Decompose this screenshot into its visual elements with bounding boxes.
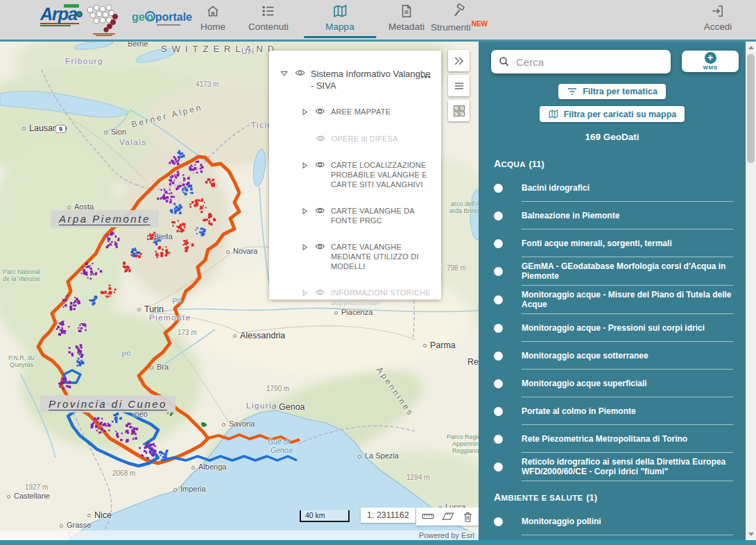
layer-label[interactable]: CARTE VALANGHE DA FONTE PRGC <box>331 206 431 225</box>
arpa-logo[interactable]: Arpa <box>40 6 89 26</box>
geodata-item[interactable]: GEmMA - GEodatabase Morfologia corsi d'A… <box>479 257 746 286</box>
layer-tree-item: CARTE VALANGHE MEDIANTE UTILIZZO DI MODE… <box>300 242 431 271</box>
visibility-eye-icon[interactable] <box>315 288 325 297</box>
map-canvas[interactable]: SWITZERLANDBerneFribourgUriLausanneBerne… <box>0 42 479 540</box>
expand-triangle-icon[interactable] <box>300 206 309 216</box>
geodata-item-label: Monitoraggio acque superficiali <box>522 370 733 397</box>
geodata-count: 169 GeoDati <box>479 132 746 142</box>
geoportale-logo[interactable]: geoportale <box>132 11 192 26</box>
attribution-band <box>0 530 479 540</box>
accedi-label: Accedi <box>704 21 732 32</box>
layer-toggle[interactable] <box>494 435 503 444</box>
filter-by-theme-button[interactable]: Filtra per tematica <box>558 84 666 99</box>
expand-triangle-icon[interactable] <box>300 107 309 117</box>
layer-toggle[interactable] <box>494 295 503 304</box>
tab-mappa-label: Mappa <box>325 21 354 32</box>
geodata-item[interactable]: Monitoraggio pollini <box>479 508 746 535</box>
geodata-item[interactable]: Balneazione in Piemonte <box>479 202 746 230</box>
collapse-triangle-icon[interactable] <box>280 68 289 78</box>
layer-toggle[interactable] <box>494 211 503 220</box>
layer-label[interactable]: AREE MAPPATE <box>331 107 431 116</box>
scale-ratio[interactable]: 1: 2311162 <box>361 508 415 523</box>
basemap-gallery-button[interactable] <box>448 100 470 121</box>
geodata-item[interactable]: Bacini idrografici <box>479 174 746 202</box>
layer-tree-item: OPERE di DIFESA <box>300 134 431 144</box>
map-small-icon <box>548 109 559 119</box>
login-icon <box>710 3 725 19</box>
layer-label[interactable]: CARTE VALANGHE MEDIANTE UTILIZZO DI MODE… <box>331 242 431 271</box>
geodata-sidebar: + WMS Filtra per tematica Filtra per car… <box>479 42 756 540</box>
hamburger-icon <box>453 80 465 92</box>
measure-area-button[interactable] <box>441 510 455 524</box>
geodata-item-label: Portate al colmo in Piemonte <box>522 397 733 425</box>
geodata-item-label: Monitoraggio acque - Misure del Piano di… <box>522 286 733 314</box>
double-chevron-right-icon <box>452 54 466 68</box>
geodata-item[interactable]: Portate al colmo in Piemonte <box>479 397 746 425</box>
hammer-icon <box>452 3 467 19</box>
tab-strumenti[interactable]: StrumentiNEW <box>431 3 488 33</box>
accedi-button[interactable]: Accedi <box>704 3 732 33</box>
visibility-eye-icon[interactable] <box>315 242 325 251</box>
layer-label[interactable]: OPERE di DIFESA <box>332 134 431 144</box>
geodata-section-header: ACQUA (11) <box>479 156 746 174</box>
layer-group-title[interactable]: Sistema Informativo Valanghe - SIVA <box>311 68 431 92</box>
layer-toggle[interactable] <box>494 517 503 526</box>
expand-triangle-icon[interactable] <box>300 288 309 298</box>
layer-toggle[interactable] <box>494 184 503 193</box>
geodata-item-label: Monitoraggio acque sotterranee <box>522 342 733 370</box>
sidebar-scrollbar[interactable] <box>746 42 756 540</box>
geodata-item[interactable]: Monitoraggio acque - Pressioni sui corpi… <box>479 314 746 342</box>
visibility-eye-icon[interactable] <box>315 206 325 215</box>
kebab-menu-icon[interactable] <box>420 71 431 83</box>
tab-contenuti[interactable]: Contenuti <box>248 3 289 33</box>
geodata-item[interactable]: Rete Piezometrica Metropolitana di Torin… <box>479 425 746 453</box>
geodata-item[interactable]: Monitoraggio acque - Misure del Piano di… <box>479 286 746 314</box>
filter-by-loaded-button[interactable]: Filtra per caricati su mappa <box>540 106 685 122</box>
scroll-down-arrow[interactable] <box>746 529 756 539</box>
visibility-eye-icon[interactable] <box>295 68 305 78</box>
layer-label[interactable]: CARTE LOCALIZZAZIONE PROBABILE VALANGHE … <box>331 160 431 189</box>
visibility-eye-icon[interactable] <box>315 107 325 116</box>
layer-toggle[interactable] <box>494 462 503 472</box>
snpa-logo[interactable] <box>83 3 122 40</box>
geodata-item-label: Fonti acque minerali, sorgenti, termali <box>522 230 733 257</box>
visibility-eye-icon[interactable] <box>315 160 325 169</box>
road-shield: 9 <box>55 125 66 133</box>
map-region-label-provincia-di-cuneo: Provincia di Cuneo <box>40 395 175 413</box>
search-input[interactable] <box>516 56 664 68</box>
snpa-dots <box>83 3 122 37</box>
top-nav: Arpa geoportale <box>0 0 756 42</box>
bottom-accent-strip <box>0 540 756 545</box>
layer-toggle[interactable] <box>494 379 503 388</box>
layer-toggle[interactable] <box>494 267 503 276</box>
delete-measure-button[interactable] <box>461 510 474 524</box>
geodata-item[interactable]: Monitoraggio acque superficiali <box>479 370 746 397</box>
scrollbar-thumb[interactable] <box>747 54 755 163</box>
add-wms-button[interactable]: + WMS <box>682 51 739 72</box>
visibility-eye-icon[interactable] <box>316 134 326 143</box>
list-icon <box>261 3 276 19</box>
expand-triangle-icon[interactable] <box>300 160 309 171</box>
layer-toggle[interactable] <box>494 407 503 416</box>
expand-triangle-icon[interactable] <box>300 242 309 252</box>
layer-toggle[interactable] <box>494 324 503 333</box>
collapse-panel-button[interactable] <box>448 50 470 71</box>
scroll-up-arrow[interactable] <box>746 42 756 53</box>
tab-home-label: Home <box>200 21 225 32</box>
layer-toggle[interactable] <box>494 239 503 248</box>
geodata-list: ACQUA (11)Bacini idrograficiBalneazione … <box>479 156 746 540</box>
geodata-item-label: Bacini idrografici <box>522 174 733 202</box>
legend-button[interactable] <box>448 75 470 96</box>
measure-distance-button[interactable] <box>421 510 435 524</box>
tab-contenuti-label: Contenuti <box>248 21 289 32</box>
geodata-item[interactable]: Reticolo idrografico ai sensi della Dire… <box>479 453 746 481</box>
geodata-item[interactable]: Monitoraggio acque sotterranee <box>479 342 746 370</box>
layer-label[interactable]: INFORMAZIONI STORICHE supplementari <box>331 288 431 307</box>
tab-metadati[interactable]: Metadati <box>388 3 424 33</box>
geodata-item[interactable]: Fonti acque minerali, sorgenti, termali <box>479 230 746 257</box>
map-attribution: Powered by Esri <box>419 531 474 539</box>
layer-toggle[interactable] <box>494 352 503 361</box>
tab-mappa[interactable]: Mappa <box>325 3 354 33</box>
tab-home[interactable]: Home <box>200 3 225 33</box>
geodata-item-label: Rete Piezometrica Metropolitana di Torin… <box>522 425 733 453</box>
